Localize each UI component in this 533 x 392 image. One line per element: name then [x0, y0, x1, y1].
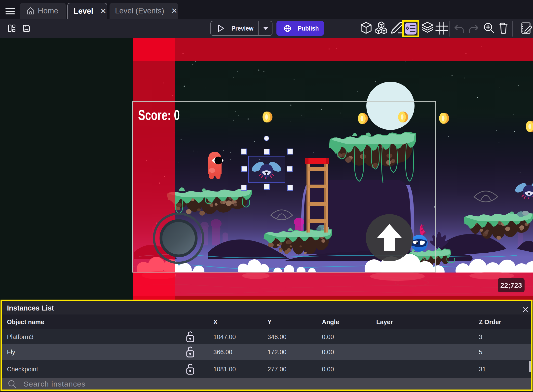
svg-text:Score: 0: Score: 0 [138, 107, 180, 123]
svg-text:22;723: 22;723 [500, 281, 522, 289]
